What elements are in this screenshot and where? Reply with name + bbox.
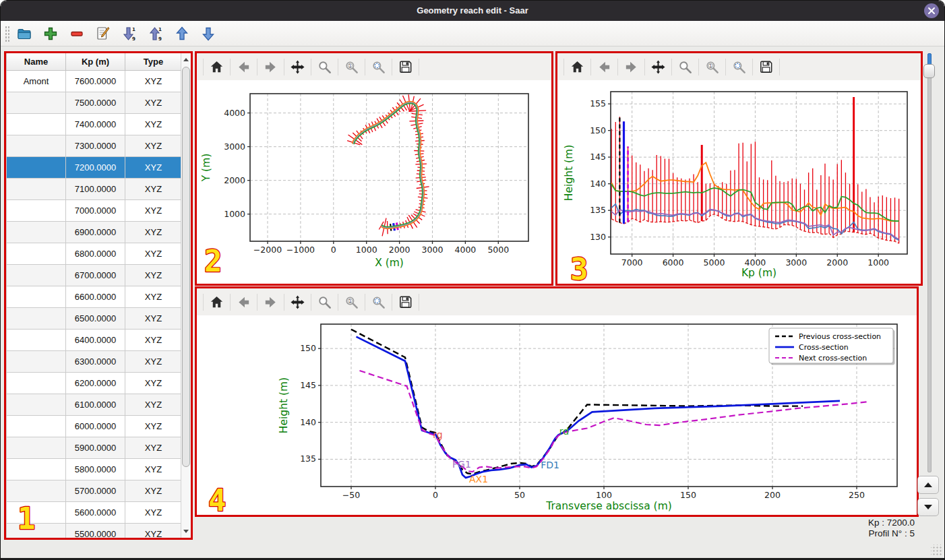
zoom-button[interactable]	[313, 292, 336, 312]
table-row[interactable]: 6300.0000XYZ	[7, 351, 182, 373]
column-header[interactable]: Name	[7, 53, 66, 71]
zoom-button[interactable]	[313, 57, 336, 77]
table-cell[interactable]: 5500.0000	[66, 524, 125, 538]
table-cell[interactable]: XYZ	[125, 243, 182, 265]
table-row[interactable]: 6400.0000XYZ	[7, 330, 182, 351]
pan-button[interactable]	[647, 57, 669, 77]
table-row[interactable]: 7100.0000XYZ	[7, 179, 182, 200]
table-cell[interactable]	[7, 480, 66, 502]
home-button[interactable]	[566, 57, 588, 77]
table-row[interactable]: 6600.0000XYZ	[7, 286, 182, 308]
table-cell[interactable]	[7, 114, 66, 135]
zoom-original-button[interactable]	[701, 57, 723, 77]
table-row[interactable]: 6500.0000XYZ	[7, 308, 182, 330]
profile-down-button[interactable]	[917, 498, 939, 516]
table-cell[interactable]: 6200.0000	[66, 373, 125, 394]
table-cell[interactable]: XYZ	[125, 524, 182, 538]
table-cell[interactable]: XYZ	[125, 330, 182, 351]
table-cell[interactable]: Amont	[7, 71, 66, 92]
table-row[interactable]: 6800.0000XYZ	[7, 243, 182, 265]
plan-plot[interactable]: −2000−1000010002000300040005000100020003…	[197, 80, 551, 284]
table-cell[interactable]: XYZ	[125, 502, 182, 524]
move-profile-down-button[interactable]	[197, 23, 220, 44]
table-row[interactable]: 6200.0000XYZ	[7, 373, 182, 394]
back-button[interactable]	[593, 57, 615, 77]
save-figure-button[interactable]	[755, 57, 777, 77]
table-cell[interactable]	[7, 265, 66, 286]
table-cell[interactable]: XYZ	[125, 416, 182, 437]
table-cell[interactable]: 6900.0000	[66, 222, 125, 243]
table-cell[interactable]: XYZ	[125, 114, 182, 135]
column-header[interactable]: Type	[125, 53, 182, 71]
table-cell[interactable]: 7300.0000	[66, 135, 125, 157]
table-cell[interactable]: XYZ	[125, 71, 182, 92]
slider-track[interactable]	[927, 53, 932, 472]
table-row[interactable]: 5900.0000XYZ	[7, 437, 182, 459]
table-cell[interactable]: 7600.0000	[66, 71, 125, 92]
home-button[interactable]	[206, 57, 228, 77]
table-cell[interactable]: XYZ	[125, 200, 182, 222]
table-cell[interactable]: 6500.0000	[66, 308, 125, 330]
table-cell[interactable]: 6100.0000	[66, 394, 125, 416]
table-row[interactable]: 7300.0000XYZ	[7, 135, 182, 157]
sort-ascending-button[interactable]	[144, 23, 167, 44]
table-row[interactable]: 7200.0000XYZ	[7, 157, 182, 179]
table-cell[interactable]	[7, 92, 66, 114]
table-cell[interactable]: XYZ	[125, 157, 182, 179]
table-cell[interactable]	[7, 200, 66, 222]
forward-button[interactable]	[260, 57, 282, 77]
column-header[interactable]: Kp (m)	[66, 53, 125, 71]
open-file-button[interactable]	[13, 23, 36, 44]
forward-button[interactable]	[620, 57, 642, 77]
table-row[interactable]: 5700.0000XYZ	[7, 480, 182, 502]
table-cell[interactable]	[7, 330, 66, 351]
edit-profile-button[interactable]	[92, 23, 115, 44]
table-cell[interactable]: XYZ	[125, 351, 182, 373]
table-cell[interactable]: 6700.0000	[66, 265, 125, 286]
table-row[interactable]: 7500.0000XYZ	[7, 92, 182, 114]
table-cell[interactable]	[7, 416, 66, 437]
table-cell[interactable]	[7, 222, 66, 243]
back-button[interactable]	[233, 292, 255, 312]
cross-section-plot[interactable]: rgFG1AX1rdFD1−50050100150200250135140145…	[197, 315, 917, 515]
table-cell[interactable]: XYZ	[125, 437, 182, 459]
table-cell[interactable]	[7, 157, 66, 179]
move-profile-up-button[interactable]	[171, 23, 193, 44]
table-cell[interactable]: XYZ	[125, 286, 182, 308]
scroll-up-icon[interactable]	[183, 58, 189, 61]
table-cell[interactable]: XYZ	[125, 179, 182, 200]
table-cell[interactable]	[7, 351, 66, 373]
table-cell[interactable]	[7, 524, 66, 538]
slider-handle[interactable]	[923, 64, 935, 78]
table-cell[interactable]	[7, 135, 66, 157]
table-cell[interactable]: 5600.0000	[66, 502, 125, 524]
table-cell[interactable]: XYZ	[125, 480, 182, 502]
resize-grip[interactable]	[931, 545, 942, 556]
zoom-original-button[interactable]	[340, 57, 363, 77]
zoom-region-button[interactable]	[728, 57, 750, 77]
remove-profile-button[interactable]	[65, 23, 88, 44]
table-row[interactable]: 7400.0000XYZ	[7, 114, 182, 135]
table-row[interactable]: 5600.0000XYZ	[7, 502, 182, 524]
save-figure-button[interactable]	[394, 57, 417, 77]
table-cell[interactable]	[7, 394, 66, 416]
profile-slider[interactable]	[923, 53, 934, 472]
zoom-region-button[interactable]	[367, 57, 390, 77]
table-cell[interactable]: XYZ	[125, 265, 182, 286]
table-cell[interactable]: 5800.0000	[66, 459, 125, 480]
table-cell[interactable]: 7000.0000	[66, 200, 125, 222]
table-cell[interactable]	[7, 502, 66, 524]
save-figure-button[interactable]	[394, 292, 417, 312]
table-cell[interactable]: XYZ	[125, 308, 182, 330]
scroll-down-icon[interactable]	[183, 530, 189, 533]
table-cell[interactable]: XYZ	[125, 92, 182, 114]
table-row[interactable]: 5500.0000XYZ	[7, 524, 182, 538]
back-button[interactable]	[233, 57, 255, 77]
table-scrollbar[interactable]	[181, 53, 191, 538]
table-cell[interactable]: 7500.0000	[66, 92, 125, 114]
sort-descending-button[interactable]	[118, 23, 141, 44]
table-cell[interactable]: 7200.0000	[66, 157, 125, 179]
table-cell[interactable]: XYZ	[125, 373, 182, 394]
pan-button[interactable]	[286, 292, 309, 312]
toolbar-grip[interactable]	[5, 26, 9, 42]
